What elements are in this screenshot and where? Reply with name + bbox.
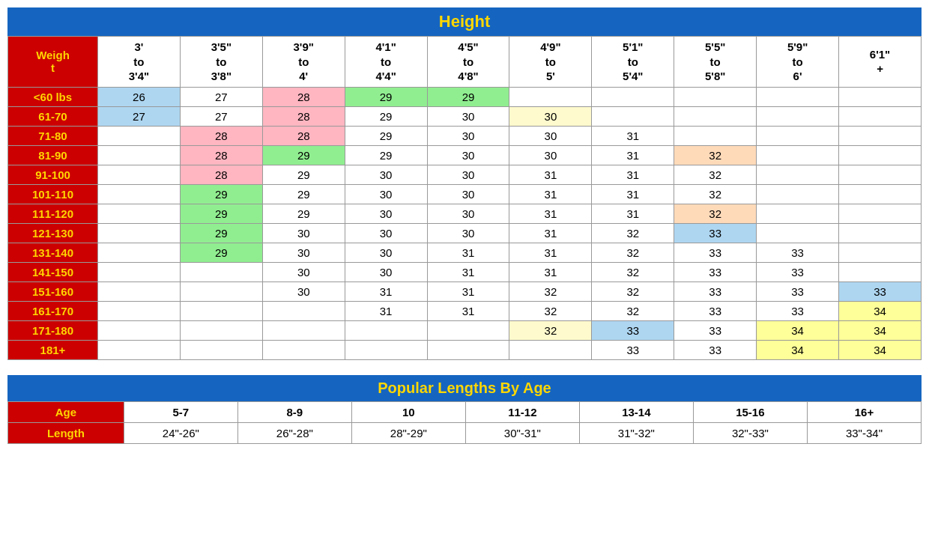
- cell-r5-c6: 31: [592, 184, 674, 204]
- cell-r7-c8: [757, 223, 839, 243]
- cell-r5-c5: 31: [509, 184, 592, 204]
- cell-r4-c8: [757, 165, 839, 184]
- cell-r0-c6: [592, 87, 674, 106]
- cell-r0-c3: 29: [345, 87, 427, 106]
- cell-r4-c0: [98, 165, 181, 184]
- cell-r5-c7: 32: [674, 184, 757, 204]
- cell-r8-c8: 33: [757, 243, 839, 262]
- cell-r2-c0: [98, 126, 181, 145]
- cell-r10-c6: 32: [592, 281, 674, 301]
- cell-r1-c2: 28: [262, 106, 345, 126]
- cell-r10-c3: 31: [345, 281, 427, 301]
- cell-r12-c4: [427, 320, 509, 340]
- cell-r11-c0: [98, 301, 181, 320]
- cell-r3-c4: 30: [427, 145, 509, 165]
- col-header-6: 4'9"to5': [509, 37, 592, 88]
- cell-r2-c3: 29: [345, 126, 427, 145]
- col-header-7: 5'1"to5'4": [592, 37, 674, 88]
- col-header-4: 4'1"to4'4": [345, 37, 427, 88]
- cell-r13-c8: 34: [757, 340, 839, 359]
- cell-r0-c2: 28: [262, 87, 345, 106]
- cell-r4-c6: 31: [592, 165, 674, 184]
- cell-r11-c1: [180, 301, 262, 320]
- cell-r3-c3: 29: [345, 145, 427, 165]
- cell-r11-c5: 32: [509, 301, 592, 320]
- cell-r6-c5: 31: [509, 204, 592, 223]
- cell-r13-c9: 34: [839, 340, 922, 359]
- cell-r4-c3: 30: [345, 165, 427, 184]
- main-title: Height: [7, 7, 922, 36]
- cell-r9-c2: 30: [262, 262, 345, 281]
- cell-r6-c4: 30: [427, 204, 509, 223]
- row-header-7: 121-130: [8, 223, 98, 243]
- cell-r7-c7: 33: [674, 223, 757, 243]
- cell-r12-c3: [345, 320, 427, 340]
- cell-r2-c6: 31: [592, 126, 674, 145]
- cell-r7-c6: 32: [592, 223, 674, 243]
- cell-r11-c7: 33: [674, 301, 757, 320]
- cell-r3-c8: [757, 145, 839, 165]
- cell-r8-c5: 31: [509, 243, 592, 262]
- cell-r1-c0: 27: [98, 106, 181, 126]
- length-cell-4: 31"-32": [579, 422, 693, 443]
- cell-r0-c0: 26: [98, 87, 181, 106]
- cell-r6-c2: 29: [262, 204, 345, 223]
- cell-r6-c3: 30: [345, 204, 427, 223]
- cell-r2-c5: 30: [509, 126, 592, 145]
- cell-r1-c4: 30: [427, 106, 509, 126]
- cell-r7-c9: [839, 223, 922, 243]
- cell-r3-c6: 31: [592, 145, 674, 165]
- cell-r13-c7: 33: [674, 340, 757, 359]
- cell-r2-c4: 30: [427, 126, 509, 145]
- cell-r6-c6: 31: [592, 204, 674, 223]
- cell-r0-c1: 27: [180, 87, 262, 106]
- cell-r0-c4: 29: [427, 87, 509, 106]
- cell-r10-c5: 32: [509, 281, 592, 301]
- cell-r9-c0: [98, 262, 181, 281]
- cell-r9-c9: [839, 262, 922, 281]
- cell-r4-c4: 30: [427, 165, 509, 184]
- cell-r6-c1: 29: [180, 204, 262, 223]
- height-weight-table: Weight 3'to3'4" 3'5"to3'8" 3'9"to4' 4'1"…: [7, 36, 922, 360]
- age-col-header-5: 13-14: [579, 401, 693, 422]
- cell-r7-c0: [98, 223, 181, 243]
- age-col-header-1: 5-7: [124, 401, 237, 422]
- col-header-2: 3'5"to3'8": [180, 37, 262, 88]
- cell-r8-c6: 32: [592, 243, 674, 262]
- col-header-8: 5'5"to5'8": [674, 37, 757, 88]
- cell-r4-c7: 32: [674, 165, 757, 184]
- cell-r6-c7: 32: [674, 204, 757, 223]
- age-length-table: Age5-78-91011-1213-1415-1616+ Length24"-…: [7, 401, 922, 444]
- cell-r7-c5: 31: [509, 223, 592, 243]
- row-header-3: 81-90: [8, 145, 98, 165]
- cell-r6-c9: [839, 204, 922, 223]
- row-header-6: 111-120: [8, 204, 98, 223]
- length-cell-6: 33"-34": [807, 422, 921, 443]
- cell-r5-c1: 29: [180, 184, 262, 204]
- cell-r12-c8: 34: [757, 320, 839, 340]
- cell-r9-c3: 30: [345, 262, 427, 281]
- cell-r2-c9: [839, 126, 922, 145]
- cell-r1-c5: 30: [509, 106, 592, 126]
- cell-r1-c7: [674, 106, 757, 126]
- cell-r10-c1: [180, 281, 262, 301]
- cell-r6-c0: [98, 204, 181, 223]
- col-header-10: 6'1"+: [839, 37, 922, 88]
- length-cell-5: 32"-33": [693, 422, 807, 443]
- cell-r2-c2: 28: [262, 126, 345, 145]
- cell-r8-c0: [98, 243, 181, 262]
- age-section-title: Popular Lengths By Age: [7, 375, 922, 401]
- cell-r4-c1: 28: [180, 165, 262, 184]
- cell-r13-c2: [262, 340, 345, 359]
- cell-r1-c9: [839, 106, 922, 126]
- cell-r5-c0: [98, 184, 181, 204]
- cell-r9-c6: 32: [592, 262, 674, 281]
- cell-r5-c2: 29: [262, 184, 345, 204]
- cell-r8-c1: 29: [180, 243, 262, 262]
- cell-r1-c3: 29: [345, 106, 427, 126]
- cell-r8-c3: 30: [345, 243, 427, 262]
- cell-r8-c9: [839, 243, 922, 262]
- cell-r13-c1: [180, 340, 262, 359]
- age-col-header-2: 8-9: [237, 401, 351, 422]
- cell-r3-c7: 32: [674, 145, 757, 165]
